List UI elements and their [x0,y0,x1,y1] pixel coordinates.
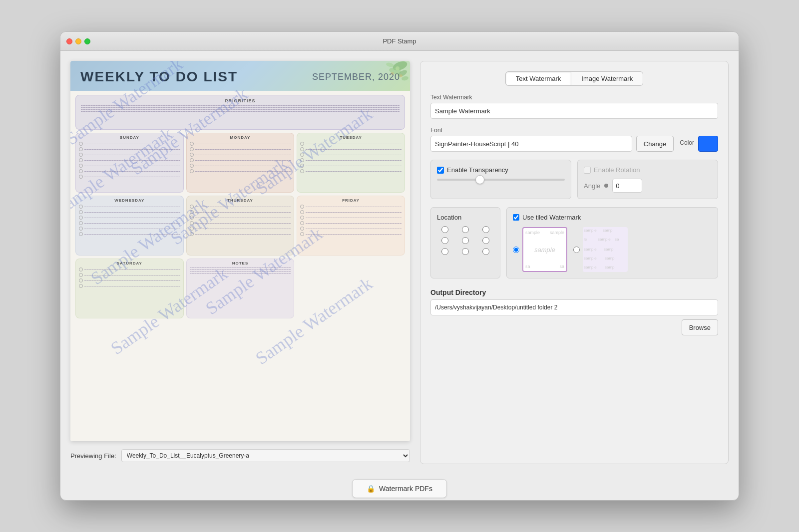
font-input[interactable] [430,136,632,152]
watermark-text-label: Text Watermark [430,94,718,101]
angle-input[interactable] [612,179,642,193]
tab-row: Text Watermark Image Watermark [430,71,718,86]
titlebar: PDF Stamp [60,32,739,51]
transparency-checkbox-row: Enable Transparency [437,166,565,174]
rotation-row: Angle [584,179,712,193]
planner-body: PRIORITIES SUNDAY [70,91,410,322]
location-grid [437,226,494,255]
watermark-pdfs-label: Watermark PDFs [379,485,432,493]
tile-radio-2[interactable] [573,247,580,253]
font-section: Font Change Color [430,127,718,152]
tab-image-watermark[interactable]: Image Watermark [571,71,643,86]
watermark-text-section: Text Watermark [430,94,718,119]
location-watermark-row: Location [430,207,718,278]
rotation-label: Enable Rotation [594,166,640,174]
rotation-box: Enable Rotation Angle [577,160,718,199]
day-grid-row3: SATURDAY NOTES [75,259,405,318]
rotation-checkbox-row: Enable Rotation [584,166,712,174]
font-row: Change Color [430,136,718,152]
pdf-preview: WEEKLY TO DO LIST SEPTEMBER, 2020 PRIORI… [70,61,410,441]
output-path-input[interactable] [430,299,718,315]
location-radio-tc[interactable] [462,226,469,233]
transparency-slider-thumb[interactable] [475,175,484,184]
controls-panel: Text Watermark Image Watermark Text Wate… [420,61,729,464]
tile-option-1: sample sample sa sa sample [513,227,567,272]
location-radio-mc[interactable] [462,237,469,244]
watermark-btn-container: 🔒 Watermark PDFs [60,474,739,500]
color-swatch[interactable] [698,136,718,152]
day-card-tuesday: TUESDAY [297,133,405,193]
traffic-lights [66,38,90,44]
svg-point-7 [391,72,394,75]
tiled-header: Use tiled Watermark [513,214,712,221]
planner-title: WEEKLY TO DO LIST [80,69,238,85]
maximize-button[interactable] [84,38,90,44]
transparency-checkbox[interactable] [437,167,444,174]
tile-sample-2: sample samp le sample sa sample samp sam… [583,227,628,272]
svg-point-5 [396,66,400,70]
lock-icon: 🔒 [367,485,375,493]
tile-radio-1[interactable] [513,247,519,253]
rotation-checkbox[interactable] [584,167,591,174]
tile-option-2: sample samp le sample sa sample samp sam… [573,227,628,272]
output-title: Output Directory [430,288,718,296]
tiled-box: Use tiled Watermark sample sample sa sa … [506,207,718,278]
preview-panel: WEEKLY TO DO LIST SEPTEMBER, 2020 PRIORI… [70,61,410,464]
day-card-sunday: SUNDAY [75,133,184,193]
angle-label: Angle [584,182,600,190]
browse-row: Browse [430,319,718,335]
priorities-section: PRIORITIES [75,95,405,130]
pdf-content: WEEKLY TO DO LIST SEPTEMBER, 2020 PRIORI… [70,61,410,441]
location-radio-br[interactable] [482,248,489,255]
previewing-label: Previewing File: [70,452,116,460]
day-grid-row2: WEDNESDAY [75,196,405,256]
day-card-notes: NOTES [186,259,295,318]
location-radio-tl[interactable] [441,226,448,233]
location-radio-bc[interactable] [462,248,469,255]
transparency-slider-track [437,179,565,181]
location-radio-tr[interactable] [482,226,489,233]
leaf-decoration-right [370,61,410,91]
day-card-monday: MONDAY [186,133,295,193]
tile-sample-1: sample sample sa sa sample [522,227,567,272]
planner-header: WEEKLY TO DO LIST SEPTEMBER, 2020 [70,61,410,91]
tiled-checkbox[interactable] [513,214,519,221]
day-card-thursday: THURSDAY [186,196,295,256]
close-button[interactable] [66,38,72,44]
transparency-label: Enable Transparency [447,166,508,174]
day-card-friday: FRIDAY [297,196,405,256]
browse-button[interactable]: Browse [682,319,718,335]
location-box: Location [430,207,500,278]
main-window: PDF Stamp [60,31,739,501]
angle-dot [604,184,608,188]
output-section: Output Directory Browse [430,288,718,335]
options-row: Enable Transparency Enable Rotation Angl… [430,160,718,199]
window-title: PDF Stamp [383,37,416,45]
priorities-title: PRIORITIES [81,98,400,103]
svg-point-4 [401,76,408,81]
change-font-button[interactable]: Change [636,136,674,152]
day-card-wednesday: WEDNESDAY [75,196,184,256]
file-select[interactable]: Weekly_To_Do_List__Eucalyptus_Greenery-a [121,449,410,462]
transparency-box: Enable Transparency [430,160,571,199]
font-label: Font [430,127,718,134]
day-grid-row1: SUNDAY [75,133,405,193]
location-title: Location [437,214,494,221]
location-radio-ml[interactable] [441,237,448,244]
location-radio-mr[interactable] [482,237,489,244]
tiled-label: Use tiled Watermark [522,214,581,221]
location-radio-bl[interactable] [441,248,448,255]
minimize-button[interactable] [75,38,81,44]
color-label: Color [680,139,694,146]
watermark-pdfs-button[interactable]: 🔒 Watermark PDFs [352,479,447,498]
tab-text-watermark[interactable]: Text Watermark [505,71,571,86]
day-card-saturday: SATURDAY [75,259,184,318]
bottom-bar: Previewing File: Weekly_To_Do_List__Euca… [70,447,410,464]
watermark-text-input[interactable] [430,103,718,119]
svg-point-6 [400,74,402,77]
main-content: WEEKLY TO DO LIST SEPTEMBER, 2020 PRIORI… [60,51,739,474]
tile-sample-center: sample [534,246,555,254]
tiled-options: sample sample sa sa sample sample [513,227,712,272]
